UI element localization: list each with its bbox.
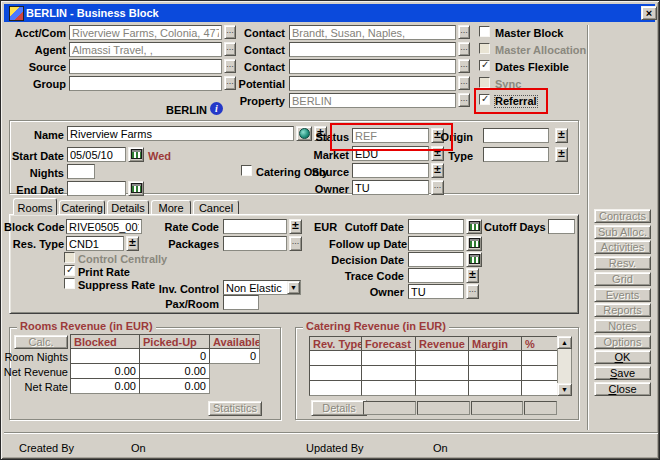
reports-button: Reports <box>594 303 651 317</box>
nights-label: Nights <box>6 168 64 179</box>
cutoff-days-field[interactable] <box>548 219 575 234</box>
contact1-field[interactable] <box>289 25 456 40</box>
origin-field[interactable] <box>483 128 549 143</box>
ok-button[interactable]: OK <box>594 350 651 364</box>
catering-cell[interactable] <box>361 350 416 366</box>
scroll-down-icon[interactable]: ▼ <box>557 383 572 396</box>
agent-field[interactable] <box>69 42 222 57</box>
end-date-calendar-button[interactable] <box>128 181 144 196</box>
catering-cell[interactable] <box>361 380 416 396</box>
end-date-field[interactable] <box>67 181 126 196</box>
acct-com-field[interactable] <box>69 25 222 40</box>
res-type-field[interactable] <box>66 236 124 251</box>
contact2-field[interactable] <box>289 42 456 57</box>
res-type-lov-button[interactable]: ± <box>126 236 139 251</box>
control-centrally-checkbox <box>64 252 75 263</box>
type-field[interactable] <box>483 147 549 162</box>
contact3-field[interactable] <box>289 59 456 74</box>
contact2-lookup-button[interactable]: ... <box>458 42 470 56</box>
trace-code-field[interactable] <box>408 268 464 283</box>
potential-lookup-button[interactable]: ... <box>458 76 470 90</box>
print-rate-checkbox[interactable]: ✓ <box>64 265 75 276</box>
tab-more[interactable]: More <box>151 200 191 214</box>
rate-code-field[interactable] <box>223 219 287 234</box>
nights-field[interactable] <box>67 164 95 179</box>
cutoff-date-calendar-button[interactable] <box>466 219 482 234</box>
master-block-label: Master Block <box>495 28 563 39</box>
statistics-button: Statistics <box>208 401 262 416</box>
packages-lookup-button[interactable]: ... <box>289 236 302 251</box>
rooms-owner-field[interactable] <box>408 284 464 299</box>
block-source-field[interactable] <box>352 163 429 178</box>
scroll-up-icon[interactable]: ▲ <box>557 336 572 349</box>
updated-by-label: Updated By <box>306 443 363 454</box>
net-rate-pickedup-cell[interactable]: 0.00 <box>139 378 210 394</box>
catering-cell[interactable] <box>468 365 522 381</box>
room-nights-available-cell[interactable]: 0 <box>209 348 260 364</box>
rooms-owner-lookup-button[interactable]: ... <box>466 284 479 299</box>
tab-details[interactable]: Details <box>107 200 149 214</box>
followup-date-field[interactable] <box>408 236 464 251</box>
catering-cell[interactable] <box>468 350 522 366</box>
info-icon[interactable]: i <box>210 102 223 115</box>
close-icon[interactable]: × <box>641 6 657 20</box>
followup-date-label: Follow up Date <box>329 239 404 250</box>
net-rate-blocked-cell[interactable]: 0.00 <box>70 378 140 394</box>
block-owner-field[interactable] <box>352 180 429 195</box>
tab-catering[interactable]: Catering <box>59 200 105 214</box>
save-button[interactable]: Save <box>594 366 651 380</box>
block-code-field[interactable] <box>66 219 142 234</box>
start-date-field[interactable] <box>67 147 126 162</box>
potential-field[interactable] <box>289 76 456 91</box>
source-field[interactable] <box>69 59 222 74</box>
sub-alloc-button: Sub Alloc. <box>594 225 651 239</box>
catering-cell[interactable] <box>361 365 416 381</box>
pax-room-field[interactable] <box>223 295 259 310</box>
net-revenue-blocked-cell[interactable]: 0.00 <box>70 363 140 379</box>
net-revenue-pickedup-cell[interactable]: 0.00 <box>139 363 210 379</box>
catering-cell[interactable] <box>521 350 558 366</box>
catering-cell[interactable] <box>309 350 362 366</box>
catering-only-checkbox[interactable] <box>241 165 252 176</box>
catering-cell[interactable] <box>468 380 522 396</box>
catering-cell[interactable] <box>415 350 469 366</box>
catering-cell[interactable] <box>309 365 362 381</box>
master-allocation-label: Master Allocation <box>495 45 586 56</box>
catering-cell[interactable] <box>415 365 469 381</box>
tab-rooms[interactable]: Rooms <box>13 198 57 215</box>
catering-cell[interactable] <box>521 365 558 381</box>
catering-cell[interactable] <box>309 380 362 396</box>
property-lookup-button[interactable]: ... <box>458 93 470 107</box>
origin-lov-button[interactable]: ± <box>555 128 568 143</box>
packages-field[interactable] <box>223 236 287 251</box>
followup-date-calendar-button[interactable] <box>466 236 482 251</box>
trace-code-lov-button[interactable]: ± <box>466 268 479 283</box>
inv-control-dropdown-icon[interactable]: ▼ <box>287 281 300 294</box>
cutoff-date-field[interactable] <box>408 219 464 234</box>
rate-code-lov-button[interactable]: ± <box>289 219 302 234</box>
block-owner-lookup-button[interactable]: ... <box>431 180 444 195</box>
name-field[interactable] <box>67 126 294 141</box>
contact3-lookup-button[interactable]: ... <box>458 59 470 73</box>
catering-cell[interactable] <box>521 380 558 396</box>
footer-separator <box>4 432 658 434</box>
master-block-checkbox[interactable] <box>479 26 490 37</box>
calc-button: Calc. <box>14 335 68 349</box>
catering-total-percent <box>524 401 557 415</box>
property-field[interactable] <box>289 93 456 108</box>
group-field[interactable] <box>69 76 222 91</box>
contact1-lookup-button[interactable]: ... <box>458 25 470 39</box>
block-source-lov-button[interactable]: ± <box>431 163 444 178</box>
dates-flexible-checkbox[interactable]: ✓ <box>479 60 490 71</box>
room-nights-blocked-cell[interactable] <box>70 348 140 364</box>
decision-date-calendar-button[interactable] <box>466 252 482 267</box>
suppress-rate-checkbox[interactable] <box>64 278 75 289</box>
close-button[interactable]: Close <box>594 382 651 396</box>
decision-date-field[interactable] <box>408 252 464 267</box>
check-icon: ✓ <box>66 264 74 275</box>
start-date-calendar-button[interactable] <box>128 147 144 162</box>
room-nights-pickedup-cell[interactable]: 0 <box>139 348 210 364</box>
type-lov-button[interactable]: ± <box>555 147 568 162</box>
catering-cell[interactable] <box>415 380 469 396</box>
tab-cancel[interactable]: Cancel <box>193 200 239 214</box>
